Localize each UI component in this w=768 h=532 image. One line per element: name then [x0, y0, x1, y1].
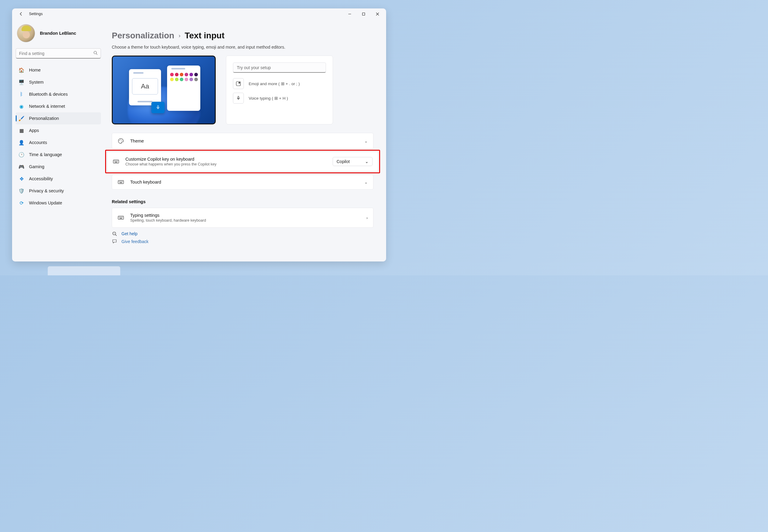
bluetooth-icon: ᛒ	[19, 91, 24, 97]
svg-point-6	[119, 140, 120, 141]
search-icon	[93, 51, 98, 56]
nav-home[interactable]: 🏠Home	[16, 64, 101, 76]
apps-icon: ▦	[19, 128, 24, 133]
nav-bluetooth[interactable]: ᛒBluetooth & devices	[16, 88, 101, 100]
svg-point-8	[121, 140, 122, 141]
svg-rect-24	[121, 217, 122, 217]
related-settings-heading: Related settings	[112, 199, 373, 204]
svg-rect-10	[114, 161, 115, 161]
tryout-panel: Try out your setup Emoji and more ( ⊞ + …	[226, 56, 333, 124]
taskbar-partial	[48, 266, 120, 275]
svg-rect-23	[120, 217, 120, 217]
search-input[interactable]	[19, 51, 93, 56]
nav-privacy[interactable]: 🛡️Privacy & security	[16, 185, 101, 197]
page-title: Text input	[185, 31, 224, 40]
search-box[interactable]	[16, 48, 101, 59]
app-title: Settings	[29, 12, 43, 16]
home-icon: 🏠	[19, 67, 24, 73]
nav-personalization[interactable]: 🖌️Personalization	[16, 112, 101, 124]
nav-list: 🏠Home 🖥️System ᛒBluetooth & devices ◉Net…	[16, 64, 101, 209]
svg-line-28	[115, 235, 117, 236]
titlebar: Settings	[12, 8, 386, 19]
chevron-right-icon: ›	[178, 32, 180, 39]
typing-settings-card[interactable]: Typing settings Spelling, touch keyboard…	[112, 208, 373, 228]
svg-rect-17	[120, 181, 120, 182]
nav-network[interactable]: ◉Network & internet	[16, 100, 101, 112]
chevron-down-icon: ⌄	[364, 139, 368, 143]
system-icon: 🖥️	[19, 79, 24, 85]
svg-rect-19	[122, 181, 123, 182]
voice-row[interactable]: Voice typing ( ⊞ + H )	[233, 93, 326, 104]
emoji-row[interactable]: Emoji and more ( ⊞ + . or ; )	[233, 78, 326, 89]
sidebar: Brandon LeBlanc 🏠Home 🖥️System ᛒBluetoot…	[12, 19, 104, 261]
keyboard-icon	[117, 180, 124, 184]
mic-icon	[151, 102, 165, 113]
svg-rect-13	[117, 161, 118, 161]
help-icon: ?	[112, 231, 117, 236]
svg-rect-1	[362, 13, 365, 15]
network-icon: ◉	[19, 104, 24, 109]
main-content: Personalization › Text input Choose a th…	[104, 19, 386, 261]
svg-rect-22	[119, 217, 120, 217]
copilot-key-card[interactable]: Customize Copilot key on keyboard Choose…	[107, 152, 378, 171]
privacy-icon: 🛡️	[19, 188, 24, 194]
personalization-icon: 🖌️	[19, 116, 24, 121]
svg-point-7	[120, 139, 121, 140]
svg-rect-9	[113, 160, 119, 163]
profile[interactable]: Brandon LeBlanc	[16, 22, 101, 48]
nav-gaming[interactable]: 🎮Gaming	[16, 161, 101, 173]
svg-rect-4	[236, 82, 240, 86]
palette-icon	[117, 138, 124, 144]
nav-apps[interactable]: ▦Apps	[16, 124, 101, 136]
nav-system[interactable]: 🖥️System	[16, 76, 101, 88]
nav-update[interactable]: ⟳Windows Update	[16, 197, 101, 209]
copilot-key-dropdown[interactable]: Copilot ⌄	[332, 157, 372, 166]
preview-sample-text: Aa	[132, 78, 158, 95]
chevron-down-icon: ⌄	[364, 180, 368, 184]
feedback-icon	[112, 239, 117, 244]
back-button[interactable]	[16, 9, 26, 19]
update-icon: ⟳	[19, 200, 24, 206]
close-button[interactable]	[370, 9, 384, 19]
theme-preview: Aa	[112, 56, 216, 124]
svg-rect-20	[119, 182, 122, 183]
svg-text:?: ?	[114, 232, 115, 234]
get-help-link[interactable]: ? Get help	[112, 231, 373, 236]
minimize-button[interactable]	[342, 9, 356, 19]
avatar	[17, 24, 35, 42]
voice-icon	[233, 93, 244, 104]
accounts-icon: 👤	[19, 140, 24, 145]
svg-point-5	[238, 82, 240, 83]
breadcrumb-parent[interactable]: Personalization	[112, 31, 174, 40]
svg-rect-11	[115, 161, 116, 161]
svg-rect-26	[119, 218, 122, 219]
breadcrumb: Personalization › Text input	[112, 31, 373, 40]
svg-rect-16	[119, 181, 120, 182]
svg-rect-15	[118, 181, 124, 184]
maximize-button[interactable]	[356, 9, 370, 19]
page-subtitle: Choose a theme for touch keyboard, voice…	[112, 45, 373, 50]
window-controls	[342, 9, 384, 19]
gaming-icon: 🎮	[19, 164, 24, 169]
nav-accessibility[interactable]: ✥Accessibility	[16, 173, 101, 185]
highlight-annotation: Customize Copilot key on keyboard Choose…	[105, 150, 380, 173]
svg-rect-18	[121, 181, 122, 182]
theme-card[interactable]: Theme ⌄	[112, 133, 373, 149]
user-name: Brandon LeBlanc	[40, 31, 76, 36]
chevron-down-icon: ⌄	[365, 159, 368, 164]
touch-keyboard-card[interactable]: Touch keyboard ⌄	[112, 175, 373, 190]
nav-time[interactable]: 🕒Time & language	[16, 149, 101, 161]
time-icon: 🕒	[19, 152, 24, 157]
nav-accounts[interactable]: 👤Accounts	[16, 136, 101, 149]
svg-rect-14	[114, 162, 117, 162]
tryout-input[interactable]: Try out your setup	[233, 62, 326, 73]
svg-rect-21	[118, 216, 124, 220]
give-feedback-link[interactable]: Give feedback	[112, 239, 373, 244]
svg-rect-12	[116, 161, 117, 161]
emoji-icon	[233, 78, 244, 89]
chevron-right-icon: ›	[366, 216, 368, 220]
svg-point-2	[94, 51, 97, 54]
keyboard-icon	[113, 159, 119, 164]
keyboard-icon	[117, 216, 124, 220]
settings-window: Settings Brandon LeBlanc	[12, 8, 386, 261]
